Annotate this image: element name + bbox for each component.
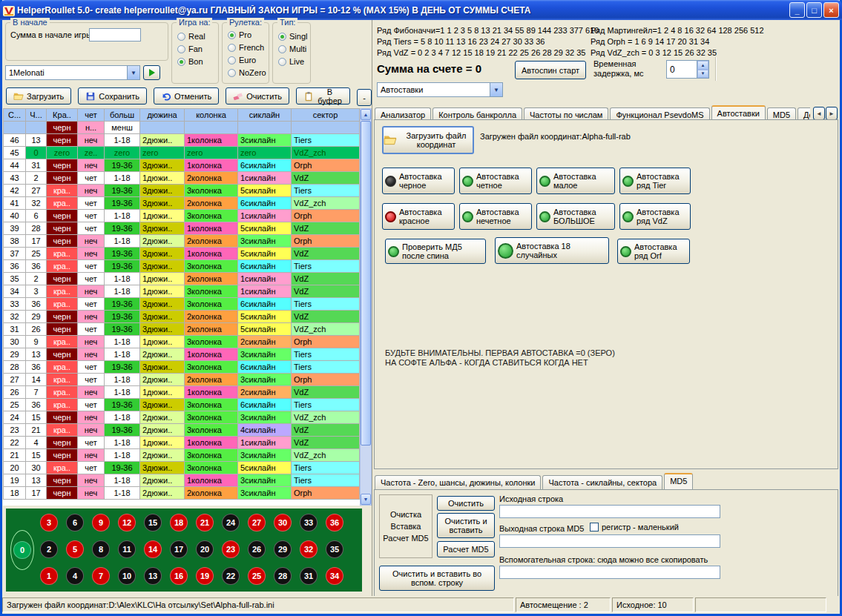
autobet-button[interactable]: Автоставка черное [382, 168, 455, 194]
spin-down-icon[interactable]: ▼ [697, 70, 708, 79]
clear-button[interactable]: Очистить [226, 87, 289, 105]
table-header-cell[interactable] [238, 122, 292, 134]
board-number-18[interactable]: 18 [170, 514, 188, 531]
board-number-32[interactable]: 32 [300, 540, 318, 558]
table-row[interactable]: 450zeroze..zerozerozerozeroVdZ_zch [4, 147, 360, 159]
table-row[interactable]: 1913черннеч1-182дюжи..1колонка3сиклайнTi… [4, 474, 360, 487]
radio-fan[interactable]: Fan [177, 44, 218, 54]
md5-calc-button[interactable]: Расчет MD5 [437, 541, 495, 557]
board-number-34[interactable]: 34 [326, 567, 343, 585]
table-header-cell[interactable] [185, 122, 238, 134]
board-number-15[interactable]: 15 [144, 514, 162, 531]
register-checkbox-row[interactable]: регистр - маленький [590, 523, 679, 531]
table-header-cell[interactable]: дюжина [140, 109, 185, 122]
table-row[interactable]: 309кра..неч1-181дюжи..3колонка2сиклайнOr… [4, 336, 360, 348]
minimize-button[interactable]: _ [789, 2, 805, 18]
collapse-button[interactable]: - [357, 89, 372, 106]
checkbox-icon[interactable] [590, 523, 599, 531]
board-number-22[interactable]: 22 [222, 567, 240, 585]
radio-nozero[interactable]: NoZero [228, 67, 269, 78]
table-row[interactable]: 2321кра..неч19-362дюжи..3колонка4сиклайн… [4, 424, 360, 437]
board-number-3[interactable]: 3 [40, 514, 58, 531]
board-number-9[interactable]: 9 [92, 514, 110, 531]
table-row[interactable]: 2115черннеч1-182дюжи..3колонка3сиклайнVd… [4, 449, 360, 462]
autobet-button[interactable]: Проверить МД5 после спина [385, 239, 486, 264]
board-number-2[interactable]: 2 [40, 540, 58, 558]
table-scrollbar[interactable]: ▲ ▼ [360, 108, 372, 506]
table-header-cell[interactable]: больш [105, 109, 140, 122]
board-number-10[interactable]: 10 [118, 567, 136, 585]
board-number-21[interactable]: 21 [196, 514, 214, 531]
board-number-23[interactable]: 23 [222, 540, 240, 558]
table-header-cell[interactable]: чет [78, 109, 105, 122]
radio-bon[interactable]: Bon [177, 56, 218, 67]
source-string-input[interactable] [499, 505, 720, 518]
close-button[interactable]: × [823, 2, 839, 18]
table-row[interactable]: 343кра..неч1-181дюжи..3колонка1сиклайнVd… [4, 285, 360, 298]
board-number-28[interactable]: 28 [274, 567, 292, 585]
table-header-cell[interactable] [292, 122, 360, 134]
autobet-button[interactable]: Автоставка красное [382, 203, 455, 230]
aux-string-input[interactable] [499, 566, 720, 579]
table-header-cell[interactable] [140, 122, 185, 134]
table-row[interactable]: 2536кра..чет19-363дюжи..3колонка6сиклайн… [4, 399, 360, 411]
radio-multi[interactable]: Multi [278, 44, 310, 54]
load-button[interactable]: Загрузить [6, 87, 71, 105]
preset-combo[interactable]: 1Melonati ▼ [5, 65, 140, 80]
table-row[interactable]: 2913черннеч1-182дюжи..1колонка3сиклайнTi… [4, 348, 360, 361]
board-number-11[interactable]: 11 [118, 540, 136, 558]
table-header-cell[interactable] [26, 122, 47, 134]
undo-button[interactable]: Отменить [154, 87, 219, 105]
table-row[interactable]: 2714кра..чет1-182дюжи..2колонка3сиклайнO… [4, 374, 360, 386]
table-row[interactable]: 3817черннеч1-182дюжи..2колонка3сиклайнOr… [4, 235, 360, 248]
table-row[interactable]: 406чернчет1-181дюжи..3колонка1сиклайнOrp… [4, 210, 360, 222]
radio-real[interactable]: Real [177, 31, 218, 42]
scrollbar-thumb[interactable] [361, 121, 371, 446]
board-number-16[interactable]: 16 [170, 567, 188, 585]
autobet-button[interactable]: Автоставка ряд Orf [617, 239, 690, 264]
maximize-button[interactable]: □ [806, 2, 822, 18]
table-row[interactable]: 3336кра..чет19-363дюжи..3колонка6сиклайн… [4, 298, 360, 311]
chevron-down-icon[interactable]: ▼ [127, 66, 139, 79]
table-header-cell[interactable]: Кра.. [47, 109, 78, 122]
radio-euro[interactable]: Euro [228, 55, 269, 65]
table-row[interactable]: 267кра..неч1-181дюжи..1колонка2сиклайнVd… [4, 386, 360, 399]
tab-частота-zero-шансы-дюжины-колонки[interactable]: Частота - Zero, шансы, дюжины, колонки [375, 475, 541, 489]
board-number-30[interactable]: 30 [274, 514, 292, 531]
board-number-26[interactable]: 26 [248, 540, 266, 558]
board-number-33[interactable]: 33 [300, 514, 318, 531]
autobet-button[interactable]: Автоставка нечетное [459, 203, 532, 230]
md5-clear-button[interactable]: Очистить [437, 496, 495, 511]
copy-buffer-button[interactable]: В буфер [296, 87, 350, 105]
board-number-36[interactable]: 36 [326, 514, 343, 531]
table-header-cell[interactable] [4, 122, 26, 134]
table-row[interactable]: 2030кра..чет19-363дюжи..3колонка5сиклайн… [4, 462, 360, 474]
board-number-24[interactable]: 24 [222, 514, 240, 531]
table-row[interactable]: 1817черннеч1-182дюжи..2колонка3сиклайнOr… [4, 487, 360, 500]
table-row[interactable]: 224чернчет1-181дюжи..1колонка1сиклайнVdZ [4, 437, 360, 449]
table-header-cell[interactable]: черн [47, 122, 78, 134]
output-string-input[interactable] [499, 534, 720, 548]
board-number-8[interactable]: 8 [92, 540, 110, 558]
table-row[interactable]: 3229черннеч19-363дюжи..2колонка5сиклайнV… [4, 311, 360, 323]
resize-grip[interactable] [828, 597, 838, 612]
board-number-35[interactable]: 35 [326, 540, 343, 558]
table-row[interactable]: 3636кра..чет19-363дюжи..3колонка6сиклайн… [4, 260, 360, 273]
start-sum-input[interactable] [89, 28, 141, 42]
tab-scroll-right-icon[interactable]: ► [826, 107, 838, 120]
board-number-20[interactable]: 20 [196, 540, 214, 558]
table-row[interactable]: 352чернчет1-181дюжи..2колонка1сиклайнVdZ [4, 273, 360, 285]
board-number-19[interactable]: 19 [196, 567, 214, 585]
board-number-17[interactable]: 17 [170, 540, 188, 558]
table-header-cell[interactable]: н... [78, 122, 105, 134]
table-row[interactable]: 2415черннеч1-182дюжи..3колонка3сиклайнVd… [4, 411, 360, 424]
board-number-25[interactable]: 25 [248, 567, 266, 585]
table-row[interactable]: 4431черннеч19-363дюжи..1колонка6сиклайнO… [4, 159, 360, 172]
board-number-5[interactable]: 5 [66, 540, 84, 558]
chevron-down-icon[interactable]: ▼ [490, 83, 502, 96]
radio-live[interactable]: Live [278, 56, 310, 67]
autobet-button[interactable]: Автоставка четное [459, 168, 532, 194]
board-number-7[interactable]: 7 [92, 567, 110, 585]
table-header-cell[interactable]: сиклайн [238, 109, 292, 122]
tab-частота-сиклайны-сектора[interactable]: Частота - сиклайны, сектора [542, 475, 662, 489]
